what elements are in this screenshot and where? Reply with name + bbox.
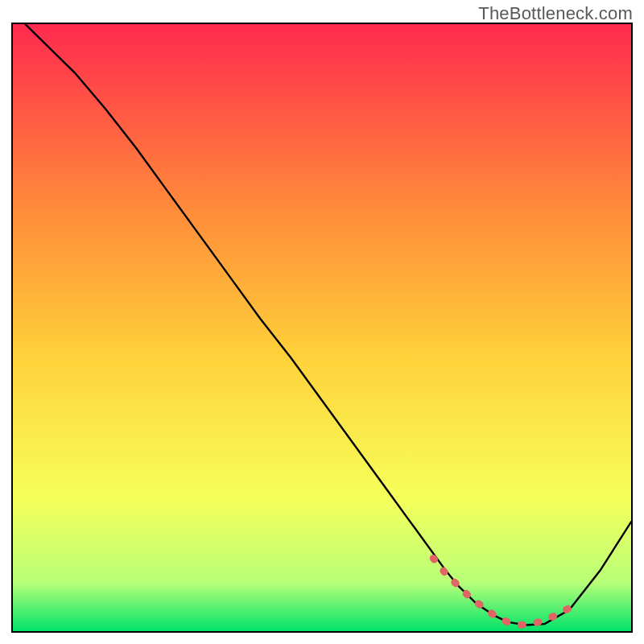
chart-area <box>11 23 633 633</box>
chart-lines <box>13 24 631 631</box>
series-trough-highlight <box>433 559 569 625</box>
series-curve <box>25 24 631 625</box>
watermark-text: TheBottleneck.com <box>478 3 633 24</box>
